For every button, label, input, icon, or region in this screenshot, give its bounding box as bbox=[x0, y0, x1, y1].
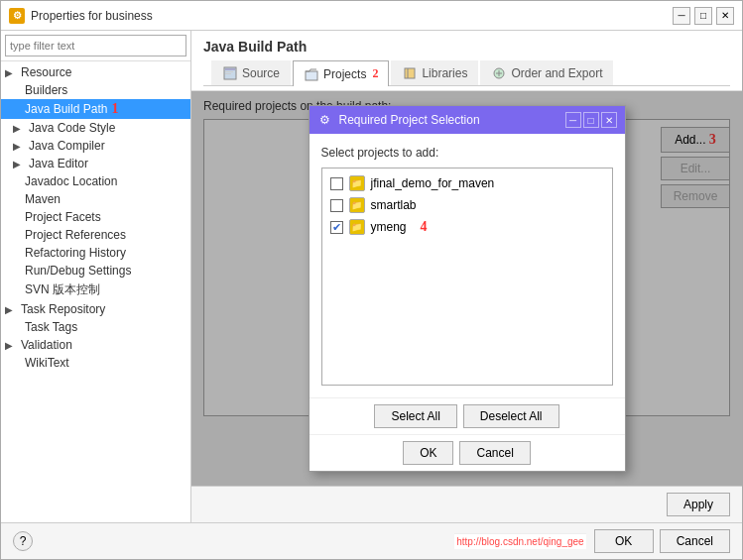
watermark: http://blog.csdn.net/qing_gee bbox=[454, 533, 585, 549]
nav-item-java-editor[interactable]: ▶ Java Editor bbox=[1, 155, 190, 172]
modal-footer: Select All Deselect All bbox=[310, 397, 625, 434]
libraries-icon bbox=[402, 65, 418, 81]
modal-subtitle: Select projects to add: bbox=[321, 146, 613, 160]
source-icon bbox=[222, 65, 238, 81]
svg-rect-2 bbox=[225, 71, 233, 72]
modal-ok-button[interactable]: OK bbox=[403, 441, 453, 465]
nav-label: Javadoc Location bbox=[25, 174, 117, 188]
project-label: smartlab bbox=[371, 198, 417, 212]
apply-button[interactable]: Apply bbox=[667, 493, 730, 516]
list-item[interactable]: ✔ 📁 ymeng 4 bbox=[326, 216, 608, 238]
order-export-icon bbox=[491, 65, 507, 81]
nav-item-project-references[interactable]: Project References bbox=[1, 226, 190, 244]
nav-item-java-code-style[interactable]: ▶ Java Code Style bbox=[1, 119, 190, 137]
arrow-icon: ▶ bbox=[5, 304, 17, 315]
left-panel: ▶ Resource Builders Java Build Path 1 ▶ … bbox=[1, 31, 191, 522]
arrow-icon: ▶ bbox=[13, 141, 25, 152]
annotation-4: 4 bbox=[421, 219, 428, 235]
ok-button[interactable]: OK bbox=[594, 529, 654, 553]
nav-item-maven[interactable]: Maven bbox=[1, 190, 190, 208]
modal-close-button[interactable]: ✕ bbox=[601, 112, 617, 128]
nav-item-project-facets[interactable]: Project Facets bbox=[1, 208, 190, 226]
window-icon: ⚙ bbox=[9, 8, 25, 24]
nav-label: WikiText bbox=[25, 356, 69, 370]
nav-item-refactoring[interactable]: Refactoring History bbox=[1, 244, 190, 262]
project-folder-icon: 📁 bbox=[349, 175, 365, 191]
modal-overlay: ⚙ Required Project Selection ─ □ ✕ Selec… bbox=[191, 91, 742, 486]
nav-label: Resource bbox=[21, 65, 71, 79]
modal-ok-cancel: OK Cancel bbox=[310, 434, 625, 471]
main-content: ▶ Resource Builders Java Build Path 1 ▶ … bbox=[1, 31, 742, 522]
checkbox-ymeng[interactable]: ✔ bbox=[330, 221, 343, 234]
projects-icon bbox=[304, 66, 319, 82]
filter-input[interactable] bbox=[5, 35, 186, 56]
nav-tree: ▶ Resource Builders Java Build Path 1 ▶ … bbox=[1, 61, 190, 522]
arrow-icon: ▶ bbox=[5, 67, 17, 78]
modal-settings-icon: ⚙ bbox=[317, 112, 333, 128]
bottom-bar: ? http://blog.csdn.net/qing_gee OK Cance… bbox=[1, 522, 742, 559]
modal-body: Select projects to add: 📁 jfinal_demo_fo… bbox=[310, 134, 625, 397]
nav-label: Java Compiler bbox=[29, 139, 105, 153]
content-area: Required projects on the build path: Add… bbox=[191, 91, 742, 486]
title-bar-controls: ─ □ ✕ bbox=[673, 7, 734, 25]
nav-label: Project References bbox=[25, 228, 126, 242]
checkbox-smartlab[interactable] bbox=[330, 199, 343, 212]
nav-item-java-build-path[interactable]: Java Build Path 1 bbox=[1, 99, 190, 119]
nav-label: Validation bbox=[21, 338, 72, 352]
modal-restore-button[interactable]: □ bbox=[583, 112, 599, 128]
bottom-buttons: OK Cancel bbox=[594, 529, 730, 553]
nav-item-task-repository[interactable]: ▶ Task Repository bbox=[1, 300, 190, 318]
cancel-button[interactable]: Cancel bbox=[660, 529, 730, 553]
main-window: ⚙ Properties for business ─ □ ✕ ▶ Resour… bbox=[0, 0, 743, 560]
project-label: jfinal_demo_for_maven bbox=[371, 176, 495, 190]
select-all-button[interactable]: Select All bbox=[374, 404, 456, 428]
nav-item-wikitext[interactable]: WikiText bbox=[1, 354, 190, 372]
modal-minimize-button[interactable]: ─ bbox=[565, 112, 581, 128]
checkbox-jfinal[interactable] bbox=[330, 177, 343, 190]
annotation-1: 1 bbox=[111, 101, 118, 117]
help-button[interactable]: ? bbox=[13, 531, 33, 551]
list-item[interactable]: 📁 jfinal_demo_for_maven bbox=[326, 172, 608, 194]
nav-item-task-tags[interactable]: Task Tags bbox=[1, 318, 190, 336]
list-item[interactable]: 📁 smartlab bbox=[326, 194, 608, 216]
nav-item-resource[interactable]: ▶ Resource bbox=[1, 63, 190, 81]
project-label: ymeng bbox=[371, 220, 407, 234]
nav-label: Task Tags bbox=[25, 320, 77, 334]
filter-box bbox=[1, 31, 190, 61]
modal-dialog: ⚙ Required Project Selection ─ □ ✕ Selec… bbox=[309, 105, 626, 472]
tab-libraries[interactable]: Libraries bbox=[391, 60, 478, 85]
right-panel: Java Build Path Source Projects bbox=[191, 31, 742, 522]
title-bar: ⚙ Properties for business ─ □ ✕ bbox=[1, 1, 742, 31]
nav-item-java-compiler[interactable]: ▶ Java Compiler bbox=[1, 137, 190, 155]
nav-item-validation[interactable]: ▶ Validation bbox=[1, 336, 190, 354]
right-bottom-bar: Apply bbox=[191, 486, 742, 522]
nav-item-javadoc[interactable]: Javadoc Location bbox=[1, 172, 190, 190]
svg-rect-5 bbox=[405, 68, 415, 78]
svg-rect-1 bbox=[225, 68, 235, 70]
checkmark-icon: ✔ bbox=[332, 221, 341, 234]
tab-projects[interactable]: Projects 2 bbox=[293, 60, 389, 86]
tab-projects-label: Projects bbox=[323, 67, 366, 81]
tab-libraries-label: Libraries bbox=[422, 66, 467, 80]
deselect-all-button[interactable]: Deselect All bbox=[463, 404, 559, 428]
modal-cancel-button[interactable]: Cancel bbox=[459, 441, 530, 465]
nav-label: Maven bbox=[25, 192, 61, 206]
annotation-2: 2 bbox=[372, 66, 378, 81]
modal-controls: ─ □ ✕ bbox=[565, 112, 617, 128]
tab-order-export[interactable]: Order and Export bbox=[480, 60, 613, 85]
nav-label: SVN 版本控制 bbox=[25, 281, 100, 298]
nav-label: Java Build Path bbox=[25, 102, 107, 116]
nav-item-run-debug[interactable]: Run/Debug Settings bbox=[1, 262, 190, 280]
tab-source[interactable]: Source bbox=[211, 60, 291, 85]
maximize-button[interactable]: □ bbox=[694, 7, 712, 25]
nav-label: Refactoring History bbox=[25, 246, 126, 260]
close-button[interactable]: ✕ bbox=[716, 7, 734, 25]
nav-item-svn[interactable]: SVN 版本控制 bbox=[1, 280, 190, 300]
nav-label: Run/Debug Settings bbox=[25, 264, 131, 278]
svg-rect-3 bbox=[225, 73, 231, 74]
nav-item-builders[interactable]: Builders bbox=[1, 81, 190, 99]
nav-label: Builders bbox=[25, 83, 67, 97]
svg-rect-4 bbox=[306, 71, 317, 80]
nav-label: Project Facets bbox=[25, 210, 101, 224]
minimize-button[interactable]: ─ bbox=[673, 7, 690, 25]
